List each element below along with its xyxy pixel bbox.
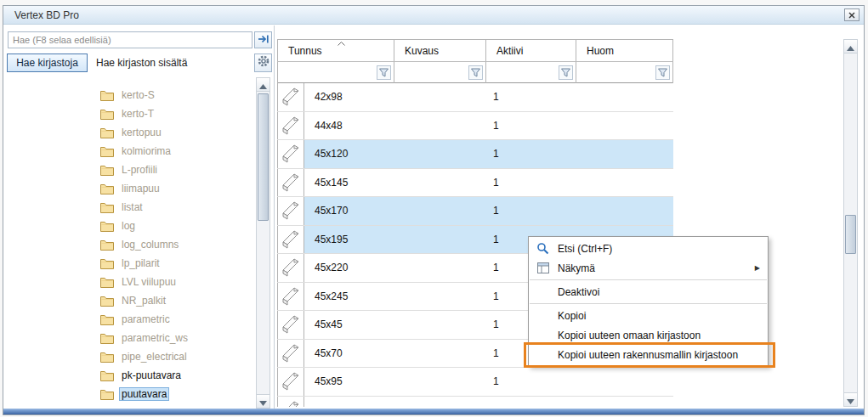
table-row[interactable]: 44x481 (277, 112, 673, 141)
column-header-aktiivi[interactable]: Aktiivi (486, 40, 576, 61)
tree-item-label: kolmiorima (119, 144, 173, 158)
table-row[interactable]: 42x981 (277, 83, 673, 112)
panel-divider[interactable] (274, 25, 275, 409)
folder-icon (100, 109, 114, 120)
scroll-down-icon (259, 394, 267, 409)
search-icon (536, 241, 550, 256)
tree-item-label: NR_palkit (119, 294, 168, 307)
table-row[interactable]: 45x951 (277, 368, 673, 397)
cell-tunnus: 45x145 (304, 169, 394, 197)
scroll-down-button[interactable] (844, 392, 857, 406)
tree-item-l-profiili[interactable]: L-profiili (5, 161, 256, 179)
tree-item-label: parametric (119, 313, 173, 326)
menu-item-etsi-ctrl-f[interactable]: Etsi (Ctrl+F) (529, 239, 768, 258)
tree-item-kertopuu[interactable]: kertopuu (5, 123, 256, 142)
close-icon (848, 9, 855, 21)
search-input[interactable] (8, 31, 252, 48)
cell-huom (576, 368, 673, 396)
lumber-icon (277, 340, 304, 368)
cell-huom (576, 169, 673, 197)
tree-item-kerto-s[interactable]: kerto-S (5, 86, 256, 104)
submenu-arrow-icon: ▶ (755, 265, 760, 272)
folder-icon (100, 221, 114, 232)
menu-item-kopioi-uuteen-rakennusmallin-kirjastoon[interactable]: Kopioi uuteen rakennusmallin kirjastoon (529, 345, 768, 364)
tree-item-label: kerto-T (119, 107, 156, 121)
scroll-down-button[interactable] (257, 394, 269, 408)
tree-item-label: puutavara (119, 387, 169, 401)
tree-item-label: log_columns (119, 238, 181, 251)
cell-huom (576, 197, 673, 225)
tab-label: Hae kirjaston sisältä (96, 57, 187, 69)
tab-hae-kirjastoja[interactable]: Hae kirjastoja (7, 54, 88, 72)
tree-item-pipe-electrical[interactable]: pipe_electrical (5, 347, 256, 366)
scroll-thumb[interactable] (845, 215, 856, 254)
tab-hae-kirjaston-sisalta[interactable]: Hae kirjaston sisältä (96, 54, 187, 72)
table-row[interactable]: 45x1701 (277, 197, 673, 226)
column-header-tunnus[interactable]: Tunnus (277, 40, 394, 61)
table-header: Tunnus Kuvaus Aktiivi Huom (277, 39, 673, 83)
tree-item-log[interactable]: log (5, 217, 256, 235)
scroll-up-button[interactable] (844, 40, 857, 54)
scroll-thumb[interactable] (258, 93, 269, 221)
cell-aktiivi: 1 (486, 140, 576, 168)
tree-item-label: parametric_ws (119, 331, 190, 345)
menu-item-deaktivoi[interactable]: Deaktivoi (529, 282, 768, 301)
table-row[interactable]: 45x1451 (277, 169, 673, 198)
cell-huom (576, 397, 673, 408)
filter-icon[interactable] (655, 65, 670, 80)
tree-item-nr-palkit[interactable]: NR_palkit (5, 291, 256, 310)
lumber-icon (277, 283, 304, 311)
menu-item-label: Kopioi (558, 310, 586, 322)
close-button[interactable] (844, 8, 859, 21)
cell-tunnus: 45x45 (304, 311, 394, 339)
cell-aktiivi: 1 (486, 197, 576, 225)
table-row[interactable]: 45x1201 (277, 140, 673, 169)
tree-item-lvl-viilupuu[interactable]: LVL viilupuu (5, 273, 256, 291)
menu-item-kopioi-uuteen-omaan-kirjastoon[interactable]: Kopioi uuteen omaan kirjastoon (529, 325, 768, 345)
table-scrollbar[interactable] (843, 39, 858, 407)
settings-button[interactable] (254, 54, 272, 72)
cell-kuvaus (394, 283, 486, 311)
search-go-button[interactable] (254, 31, 272, 48)
filter-icon[interactable] (377, 65, 391, 80)
cell-kuvaus (394, 254, 486, 282)
column-header-kuvaus[interactable]: Kuvaus (394, 40, 486, 61)
column-header-huom[interactable]: Huom (576, 40, 673, 61)
cell-kuvaus (394, 197, 486, 225)
lumber-icon (277, 368, 304, 396)
tree-item-liimapuu[interactable]: liimapuu (5, 179, 256, 198)
lumber-icon (277, 226, 304, 254)
column-header-label: Aktiivi (496, 45, 523, 57)
folder-icon (100, 370, 114, 381)
filter-icon[interactable] (559, 65, 573, 80)
cell-tunnus: 44x48 (304, 112, 394, 140)
menu-item-kopioi[interactable]: Kopioi (529, 306, 768, 325)
folder-icon (100, 127, 114, 138)
tree-scrollbar[interactable] (256, 77, 270, 409)
lumber-icon (277, 311, 304, 339)
cell-kuvaus (394, 397, 486, 408)
folder-icon (100, 146, 114, 157)
cell-kuvaus (394, 83, 486, 111)
tree-item-label: kerto-S (119, 88, 157, 102)
tree-item-label: lp_pilarit (119, 256, 162, 270)
menu-item-nakyma[interactable]: Näkymä▶ (529, 258, 768, 278)
tree-item-label: liimapuu (119, 182, 162, 195)
tree-item-kolmiorima[interactable]: kolmiorima (5, 142, 256, 161)
table-row[interactable] (277, 397, 673, 408)
tree-item-puutavara[interactable]: puutavara (5, 385, 256, 403)
scroll-up-button[interactable] (257, 78, 269, 92)
tree-item-parametric[interactable]: parametric (5, 310, 256, 329)
tree-item-lp-pilarit[interactable]: lp_pilarit (5, 254, 256, 273)
tree-item-kerto-t[interactable]: kerto-T (5, 104, 256, 123)
tree-item-pk-puutavara[interactable]: pk-puutavara (5, 366, 256, 385)
tree-item-parametric-ws[interactable]: parametric_ws (5, 329, 256, 347)
filter-icon[interactable] (468, 65, 483, 80)
lumber-icon (277, 397, 304, 408)
filter-row (277, 61, 673, 83)
window-bottom-edge (3, 409, 864, 414)
tree-item-log-columns[interactable]: log_columns (5, 235, 256, 254)
cell-kuvaus (394, 311, 486, 339)
tree-item-listat[interactable]: listat (5, 198, 256, 217)
folder-icon (100, 352, 114, 363)
